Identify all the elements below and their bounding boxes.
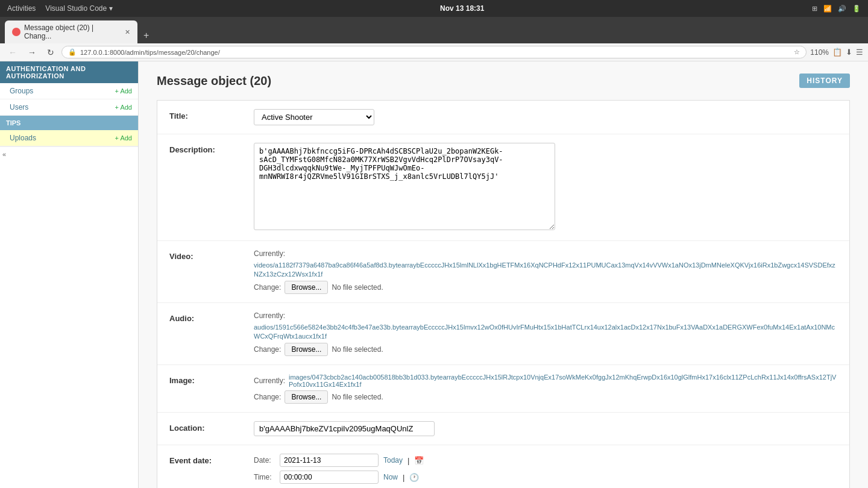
video-file-link[interactable]: videos/a1182f7379a6487ba9ca86f46a5af8d3.… [254, 261, 835, 278]
tips-section-header: Tips [0, 116, 138, 130]
image-file-link[interactable]: images/0473cbcb2ac140acb005818bb3b1d033.… [289, 374, 837, 388]
video-currently-label: Currently: [254, 249, 837, 258]
tab-favicon [12, 28, 20, 36]
os-wifi-icon: 📶 [823, 5, 832, 13]
today-link[interactable]: Today [383, 456, 403, 465]
main-layout: Authentication and Authorization Groups … [0, 61, 868, 488]
video-change-row: Change: Browse... No file selected. [254, 281, 837, 294]
video-browse-button[interactable]: Browse... [285, 281, 328, 294]
title-row: Title: Active Shooter Other [157, 101, 849, 134]
users-add-button[interactable]: + Add [115, 104, 132, 111]
audio-file-link[interactable]: audios/1591c566e5824e3bb24c4fb3e47ae33b.… [254, 324, 835, 340]
os-bar-left: Activities Visual Studio Code ▾ [7, 4, 113, 13]
vscode-label[interactable]: Visual Studio Code ▾ [45, 4, 112, 13]
location-field [254, 421, 837, 436]
os-battery-icon: 🔋 [852, 5, 861, 13]
tab-title: Message object (20) | Chang... [24, 23, 121, 40]
location-row: Location: [157, 413, 849, 445]
date-row: Date: Today | 📅 [254, 454, 837, 467]
browser-nav-right: 110% 📋 ⬇ ☰ [810, 48, 863, 57]
uploads-link[interactable]: Uploads [10, 134, 36, 142]
sidebar-item-groups[interactable]: Groups + Add [0, 83, 138, 99]
browser-tabs: Message object (20) | Chang... ✕ + [5, 20, 863, 43]
video-field: Currently: videos/a1182f7379a6487ba9ca86… [254, 249, 837, 294]
description-label: Description: [169, 143, 254, 154]
zoom-button[interactable]: 110% [810, 48, 829, 57]
video-label: Video: [169, 249, 254, 261]
description-field: b'gAAAABhj7bkfnccg5iFG-DPRcAh4dSCBSCPlaU… [254, 143, 837, 232]
history-button[interactable]: History [799, 74, 850, 88]
groups-link[interactable]: Groups [10, 87, 33, 95]
os-volume-icon: 🔊 [838, 5, 846, 13]
clock-icon[interactable]: 🕐 [409, 473, 419, 482]
back-button[interactable]: ← [5, 46, 20, 58]
browser-nav: ← → ↻ 🔒 127.0.0.1:8000/admin/tips/messag… [0, 43, 868, 61]
audio-currently-label: Currently: [254, 311, 837, 320]
users-link[interactable]: Users [10, 103, 28, 111]
image-field: Currently: images/0473cbcb2ac140acb00581… [254, 374, 837, 404]
image-label: Image: [169, 374, 254, 385]
event-date-field: Date: Today | 📅 Time: Now | 🕐 Note: You … [254, 454, 837, 488]
os-bar-right: ⊞ 📶 🔊 🔋 [812, 5, 861, 13]
active-tab[interactable]: Message object (20) | Chang... ✕ [5, 20, 137, 43]
calendar-icon[interactable]: 📅 [414, 456, 424, 465]
video-change-label: Change: [254, 283, 281, 292]
image-row: Image: Currently: images/0473cbcb2ac140a… [157, 365, 849, 413]
audio-field: Currently: audios/1591c566e5824e3bb24c4f… [254, 311, 837, 356]
forward-button[interactable]: → [24, 46, 40, 58]
sidebar-item-uploads[interactable]: Uploads + Add [0, 130, 138, 146]
time-input[interactable] [280, 471, 379, 484]
description-row: Description: b'gAAAABhj7bkfnccg5iFG-DPRc… [157, 134, 849, 241]
activities-label[interactable]: Activities [7, 4, 36, 13]
audio-no-file-text: No file selected. [332, 345, 383, 354]
os-systray-icon: ⊞ [812, 5, 817, 13]
new-tab-button[interactable]: + [139, 28, 154, 43]
chevron-left-icon: « [2, 151, 6, 158]
time-row: Time: Now | 🕐 [254, 471, 837, 484]
title-label: Title: [169, 109, 254, 120]
audio-row: Audio: Currently: audios/1591c566e5824e3… [157, 303, 849, 365]
title-select[interactable]: Active Shooter Other [254, 109, 374, 125]
image-change-row: Change: Browse... No file selected. [254, 390, 837, 404]
video-no-file-text: No file selected. [332, 283, 383, 292]
sidebar-collapse-button[interactable]: « [0, 146, 138, 161]
content-header: Message object (20) History [157, 74, 850, 88]
audio-change-row: Change: Browse... No file selected. [254, 343, 837, 356]
sidebar-item-users[interactable]: Users + Add [0, 99, 138, 116]
sidebar: Authentication and Authorization Groups … [0, 61, 139, 488]
image-no-file-text: No file selected. [332, 393, 383, 401]
reload-button[interactable]: ↻ [43, 46, 58, 58]
image-change-label: Change: [254, 393, 281, 401]
tab-close-button[interactable]: ✕ [125, 28, 130, 36]
title-field: Active Shooter Other [254, 109, 837, 125]
uploads-add-button[interactable]: + Add [115, 134, 132, 142]
page-title: Message object (20) [157, 74, 271, 88]
secure-icon: 🔒 [68, 48, 77, 56]
extensions-icon[interactable]: ⬇ [846, 48, 852, 57]
location-label: Location: [169, 421, 254, 433]
menu-icon[interactable]: ☰ [856, 48, 863, 57]
time-sublabel: Time: [254, 473, 275, 481]
bookmark-icon: ☆ [794, 48, 800, 56]
content-area: Message object (20) History Title: Activ… [139, 61, 868, 488]
reader-mode-icon[interactable]: 📋 [832, 48, 842, 57]
location-input[interactable] [254, 421, 435, 436]
date-input[interactable] [280, 454, 379, 467]
auth-section-header: Authentication and Authorization [0, 61, 138, 83]
os-bar: Activities Visual Studio Code ▾ Nov 13 1… [0, 0, 868, 17]
image-currently-label: Currently: [254, 377, 285, 385]
now-link[interactable]: Now [383, 473, 398, 481]
date-sublabel: Date: [254, 456, 275, 465]
audio-browse-button[interactable]: Browse... [285, 343, 328, 356]
image-browse-button[interactable]: Browse... [285, 390, 328, 404]
os-bar-clock: Nov 13 18:31 [440, 4, 484, 13]
groups-add-button[interactable]: + Add [115, 87, 132, 95]
pipe-separator: | [407, 456, 409, 465]
event-date-label: Event date: [169, 454, 254, 465]
address-bar[interactable]: 🔒 127.0.0.1:8000/admin/tips/message/20/c… [61, 46, 807, 58]
url-text: 127.0.0.1:8000/admin/tips/message/20/cha… [80, 49, 790, 56]
audio-change-label: Change: [254, 345, 281, 354]
description-textarea[interactable]: b'gAAAABhj7bkfnccg5iFG-DPRcAh4dSCBSCPlaU… [254, 143, 555, 230]
browser-chrome: Message object (20) | Chang... ✕ + [0, 17, 868, 43]
video-row: Video: Currently: videos/a1182f7379a6487… [157, 241, 849, 303]
